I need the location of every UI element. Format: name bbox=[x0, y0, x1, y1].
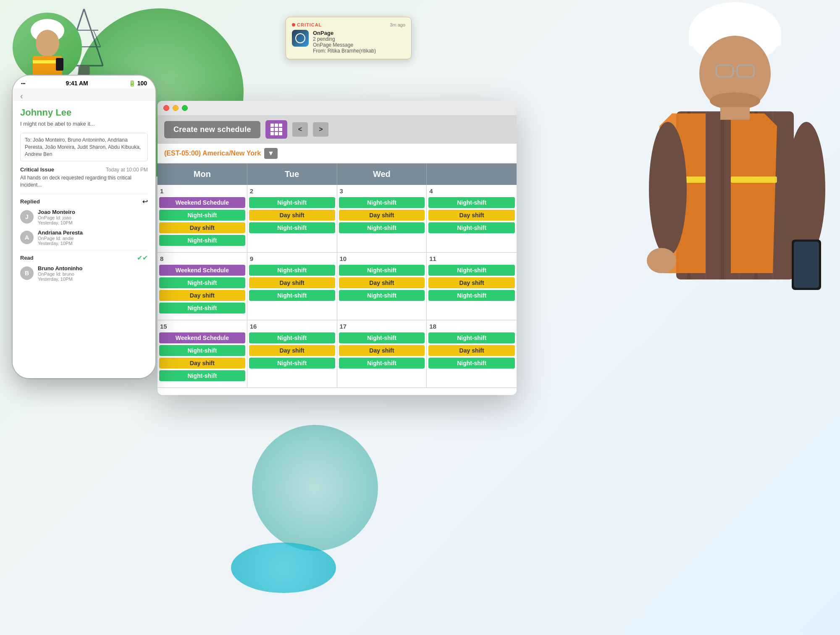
calendar-date: 2 bbox=[249, 187, 335, 195]
calendar-day[interactable]: 3Night-shiftDay shiftNight-shift bbox=[337, 185, 427, 252]
shift-badge[interactable]: Day shift bbox=[339, 345, 425, 356]
shift-badge[interactable]: Day shift bbox=[249, 345, 335, 356]
critical-issue-time: Today at 10:00 PM bbox=[106, 167, 148, 173]
shift-badge[interactable]: Night-shift bbox=[159, 370, 245, 381]
svg-point-36 bbox=[647, 248, 676, 273]
shift-badge[interactable]: Night-shift bbox=[428, 222, 515, 233]
worker-woman-avatar bbox=[13, 13, 82, 82]
toast-app-name: OnPage bbox=[313, 30, 405, 36]
shift-badge[interactable]: Night-shift bbox=[428, 197, 515, 208]
calendar-day[interactable]: 4Night-shiftDay shiftNight-shift bbox=[427, 185, 517, 252]
shift-badge[interactable]: Night-shift bbox=[339, 358, 425, 369]
shift-badge[interactable]: Day shift bbox=[159, 358, 245, 369]
shift-badge[interactable]: Night-shift bbox=[428, 332, 515, 343]
shift-badge[interactable]: Night-shift bbox=[249, 222, 335, 233]
phone-time: 9:41 AM bbox=[66, 80, 88, 87]
header-tue: Tue bbox=[247, 163, 337, 185]
shift-badge[interactable]: Day shift bbox=[159, 222, 245, 233]
sender-name: Johnny Lee bbox=[20, 107, 148, 118]
shift-badge[interactable]: Day shift bbox=[428, 345, 515, 356]
shift-badge[interactable]: Night-shift bbox=[249, 332, 335, 343]
header-mon: Mon bbox=[158, 163, 247, 185]
create-schedule-button[interactable]: Create new schedule bbox=[164, 121, 260, 138]
shift-badge[interactable]: Night-shift bbox=[249, 358, 335, 369]
svg-rect-19 bbox=[737, 65, 754, 77]
decorative-circle-teal bbox=[252, 425, 378, 551]
close-button[interactable] bbox=[163, 105, 169, 111]
shift-badge[interactable]: Night-shift bbox=[428, 290, 515, 301]
shift-badge[interactable]: Day shift bbox=[249, 210, 335, 221]
shift-badge[interactable]: Day shift bbox=[249, 277, 335, 288]
calendar-date: 3 bbox=[339, 187, 425, 195]
shift-badge[interactable]: Night-shift bbox=[159, 303, 245, 314]
shift-badge[interactable]: Night-shift bbox=[428, 358, 515, 369]
shift-badge[interactable]: Night-shift bbox=[339, 265, 425, 276]
shift-badge[interactable]: Night-shift bbox=[428, 265, 515, 276]
shift-badge[interactable]: Night-shift bbox=[249, 265, 335, 276]
calendar-day[interactable]: 1Weekend ScheduleNight-shiftDay shiftNig… bbox=[158, 185, 247, 252]
shift-badge[interactable]: Day shift bbox=[159, 290, 245, 301]
shift-badge[interactable]: Night-shift bbox=[249, 290, 335, 301]
shift-badge[interactable]: Night-shift bbox=[159, 345, 245, 356]
calendar-date: 10 bbox=[339, 255, 425, 262]
calendar-day[interactable]: 10Night-shiftDay shiftNight-shift bbox=[337, 253, 427, 320]
maximize-button[interactable] bbox=[182, 105, 188, 111]
svg-rect-30 bbox=[731, 177, 777, 183]
onpage-icon bbox=[292, 30, 309, 47]
shift-badge[interactable]: Night-shift bbox=[339, 222, 425, 233]
calendar-date: 4 bbox=[428, 187, 515, 195]
shift-badge[interactable]: Night-shift bbox=[339, 197, 425, 208]
critical-dot-icon bbox=[292, 23, 295, 26]
shift-badge[interactable]: Night-shift bbox=[159, 210, 245, 221]
svg-point-17 bbox=[699, 36, 771, 111]
svg-rect-14 bbox=[56, 58, 63, 71]
shift-badge[interactable]: Day shift bbox=[339, 210, 425, 221]
calendar-day[interactable]: 2Night-shiftDay shiftNight-shift bbox=[247, 185, 337, 252]
shift-badge[interactable]: Night-shift bbox=[339, 332, 425, 343]
calendar-day[interactable]: 17Night-shiftDay shiftNight-shift bbox=[337, 320, 427, 387]
shift-badge[interactable]: Night-shift bbox=[159, 235, 245, 246]
contact-id: OnPage Id: joao bbox=[38, 215, 75, 220]
grid-view-button[interactable] bbox=[265, 120, 287, 139]
calendar-date: 8 bbox=[159, 255, 245, 262]
timezone-dropdown-button[interactable]: ▼ bbox=[264, 148, 278, 159]
calendar-day[interactable]: 15Weekend ScheduleNight-shiftDay shiftNi… bbox=[158, 320, 247, 387]
replied-section-label: Replied bbox=[20, 198, 40, 205]
contact-id: OnPage Id: bruno bbox=[38, 271, 82, 277]
message-preview: I might not be abel to make it... bbox=[20, 121, 148, 127]
contact-item: A Andriana Peresta OnPage Id: andie Yest… bbox=[20, 229, 148, 246]
calendar-day[interactable]: 8Weekend ScheduleNight-shiftDay shiftNig… bbox=[158, 253, 247, 320]
svg-point-21 bbox=[710, 92, 760, 109]
shift-badge[interactable]: Night-shift bbox=[339, 290, 425, 301]
minimize-button[interactable] bbox=[173, 105, 178, 111]
nav-forward-button[interactable]: > bbox=[313, 122, 328, 137]
calendar-day[interactable]: 9Night-shiftDay shiftNight-shift bbox=[247, 253, 337, 320]
shift-badge[interactable]: Night-shift bbox=[159, 277, 245, 288]
contact-name: Joao Monteiro bbox=[38, 209, 75, 215]
shift-badge[interactable]: Weekend Schedule bbox=[159, 332, 245, 343]
shift-badge[interactable]: Day shift bbox=[428, 210, 515, 221]
desktop-app-window: Create new schedule < > (EST-05:00) Amer… bbox=[158, 101, 517, 395]
svg-rect-5 bbox=[79, 66, 90, 75]
calendar-day[interactable]: 16Night-shiftDay shiftNight-shift bbox=[247, 320, 337, 387]
calendar-day[interactable]: 18Night-shiftDay shiftNight-shift bbox=[427, 320, 517, 387]
back-arrow-icon[interactable]: ‹ bbox=[20, 91, 23, 101]
svg-point-33 bbox=[788, 122, 825, 256]
calendar-week: 15Weekend ScheduleNight-shiftDay shiftNi… bbox=[158, 320, 517, 388]
shift-badge[interactable]: Weekend Schedule bbox=[159, 265, 245, 276]
calendar-day[interactable]: 11Night-shiftDay shiftNight-shift bbox=[427, 253, 517, 320]
shift-badge[interactable]: Day shift bbox=[339, 277, 425, 288]
notification-toast[interactable]: CRITICAL 3m ago OnPage 2 pending OnPage … bbox=[286, 17, 412, 59]
header-wed: Wed bbox=[337, 163, 427, 185]
shift-badge[interactable]: Weekend Schedule bbox=[159, 197, 245, 208]
nav-back-button[interactable]: < bbox=[292, 122, 308, 137]
contact-item: B Bruno Antoninho OnPage Id: bruno Yeste… bbox=[20, 265, 148, 282]
calendar-date: 16 bbox=[249, 323, 335, 330]
shift-badge[interactable]: Night-shift bbox=[249, 197, 335, 208]
phone-status-bar: ▪▪▪ 9:41 AM 🔋 100 bbox=[13, 76, 155, 89]
decorative-oval-teal bbox=[231, 543, 336, 593]
toast-from: From: Ritika Bramhe(ritikab) bbox=[313, 48, 405, 54]
calendar-body: 1Weekend ScheduleNight-shiftDay shiftNig… bbox=[158, 185, 517, 388]
calendar-date: 1 bbox=[159, 187, 245, 195]
shift-badge[interactable]: Day shift bbox=[428, 277, 515, 288]
